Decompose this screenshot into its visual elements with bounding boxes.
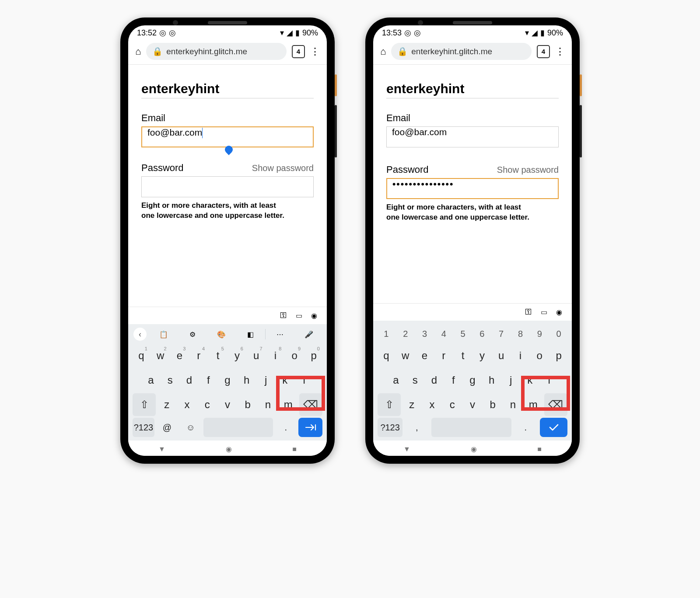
enter-next-key[interactable]	[298, 418, 322, 437]
palette-icon[interactable]: 🎨	[207, 330, 236, 339]
key-u[interactable]: u7	[248, 344, 265, 367]
key-i[interactable]: i8	[267, 344, 284, 367]
key-k[interactable]: k	[521, 369, 539, 392]
key-r[interactable]: r	[435, 344, 452, 367]
key-u[interactable]: u	[493, 344, 510, 367]
password-field[interactable]	[141, 176, 314, 197]
key-d[interactable]: d	[426, 369, 443, 392]
key-g[interactable]: g	[464, 369, 481, 392]
key-j[interactable]: j	[502, 369, 520, 392]
key-h[interactable]: h	[238, 369, 256, 392]
key-t[interactable]: t5	[209, 344, 227, 367]
key-v[interactable]: v	[218, 393, 237, 416]
card-icon[interactable]: ▭	[296, 311, 302, 320]
key-v[interactable]: v	[463, 393, 482, 416]
home-icon[interactable]: ⌂	[135, 46, 141, 57]
key-s[interactable]: s	[406, 369, 424, 392]
key-q[interactable]: q	[378, 344, 395, 367]
kbd-back-icon[interactable]: ‹	[133, 328, 147, 341]
key-q[interactable]: q1	[133, 344, 150, 367]
sticker-icon[interactable]: ◧	[236, 330, 265, 339]
key-1[interactable]: 1	[378, 325, 395, 343]
key-m[interactable]: m	[279, 393, 298, 416]
symbols-key[interactable]: ?123	[378, 418, 402, 437]
key-y[interactable]: y6	[228, 344, 246, 367]
password-key-icon[interactable]: ⚿	[525, 308, 532, 316]
key-w[interactable]: w2	[152, 344, 169, 367]
key-p[interactable]: p	[550, 344, 567, 367]
key-m[interactable]: m	[524, 393, 542, 416]
key-9[interactable]: 9	[531, 325, 548, 343]
address-bar[interactable]: 🔒 enterkeyhint.glitch.me	[146, 43, 287, 60]
tab-count[interactable]: 4	[292, 45, 305, 58]
key-d[interactable]: d	[181, 369, 198, 392]
nav-home-icon[interactable]: ◉	[471, 445, 477, 453]
space-key[interactable]	[203, 418, 273, 437]
key-y[interactable]: y	[473, 344, 491, 367]
key-c[interactable]: c	[198, 393, 217, 416]
key-h[interactable]: h	[483, 369, 500, 392]
mic-off-icon[interactable]: 🎤̸	[294, 330, 323, 339]
key-l[interactable]: l	[295, 369, 313, 392]
location-icon[interactable]: ◉	[556, 308, 562, 316]
clipboard-icon[interactable]: 📋	[149, 330, 178, 339]
backspace-key[interactable]: ⌫	[544, 393, 567, 416]
key-i[interactable]: i	[512, 344, 529, 367]
card-icon[interactable]: ▭	[541, 308, 547, 316]
key-l[interactable]: l	[540, 369, 558, 392]
gear-icon[interactable]: ⚙	[178, 330, 207, 339]
comma-key[interactable]: ,	[404, 418, 429, 437]
key-e[interactable]: e	[416, 344, 434, 367]
key-2[interactable]: 2	[397, 325, 414, 343]
key-b[interactable]: b	[483, 393, 502, 416]
period-key[interactable]: .	[513, 418, 538, 437]
key-8[interactable]: 8	[512, 325, 529, 343]
password-key-icon[interactable]: ⚿	[280, 311, 287, 320]
key-c[interactable]: c	[443, 393, 462, 416]
backspace-key[interactable]: ⌫	[299, 393, 322, 416]
key-o[interactable]: o	[531, 344, 548, 367]
key-o[interactable]: o9	[286, 344, 303, 367]
key-x[interactable]: x	[423, 393, 441, 416]
key-w[interactable]: w	[397, 344, 414, 367]
key-3[interactable]: 3	[416, 325, 434, 343]
email-field[interactable]: foo@bar.com	[141, 126, 314, 147]
key-x[interactable]: x	[178, 393, 196, 416]
period-key[interactable]: .	[275, 418, 297, 437]
key-z[interactable]: z	[402, 393, 421, 416]
nav-recent-icon[interactable]: ■	[537, 445, 542, 453]
key-n[interactable]: n	[504, 393, 522, 416]
menu-icon[interactable]: ⋮	[555, 46, 565, 57]
key-s[interactable]: s	[161, 369, 179, 392]
address-bar[interactable]: 🔒 enterkeyhint.glitch.me	[391, 43, 532, 60]
symbols-key[interactable]: ?123	[133, 418, 154, 437]
key-b[interactable]: b	[238, 393, 257, 416]
shift-key[interactable]: ⇧	[378, 393, 401, 416]
email-field[interactable]: foo@bar.com	[386, 126, 559, 147]
key-n[interactable]: n	[259, 393, 277, 416]
key-f[interactable]: f	[444, 369, 462, 392]
key-j[interactable]: j	[257, 369, 275, 392]
key-7[interactable]: 7	[493, 325, 510, 343]
show-password-button[interactable]: Show password	[497, 165, 559, 175]
tab-count[interactable]: 4	[537, 45, 550, 58]
key-t[interactable]: t	[454, 344, 472, 367]
key-a[interactable]: a	[142, 369, 160, 392]
key-0[interactable]: 0	[550, 325, 567, 343]
menu-icon[interactable]: ⋮	[310, 46, 320, 57]
show-password-button[interactable]: Show password	[252, 163, 314, 173]
nav-back-icon[interactable]: ▼	[403, 445, 410, 453]
key-a[interactable]: a	[387, 369, 405, 392]
key-5[interactable]: 5	[454, 325, 472, 343]
key-g[interactable]: g	[219, 369, 236, 392]
location-icon[interactable]: ◉	[311, 311, 317, 320]
key-e[interactable]: e3	[171, 344, 189, 367]
nav-home-icon[interactable]: ◉	[226, 445, 232, 453]
more-icon[interactable]: ⋯	[266, 330, 294, 339]
emoji-key[interactable]: ☺	[180, 418, 202, 437]
key-p[interactable]: p0	[305, 344, 322, 367]
key-k[interactable]: k	[276, 369, 294, 392]
key-4[interactable]: 4	[435, 325, 452, 343]
shift-key[interactable]: ⇧	[133, 393, 156, 416]
key-z[interactable]: z	[158, 393, 176, 416]
